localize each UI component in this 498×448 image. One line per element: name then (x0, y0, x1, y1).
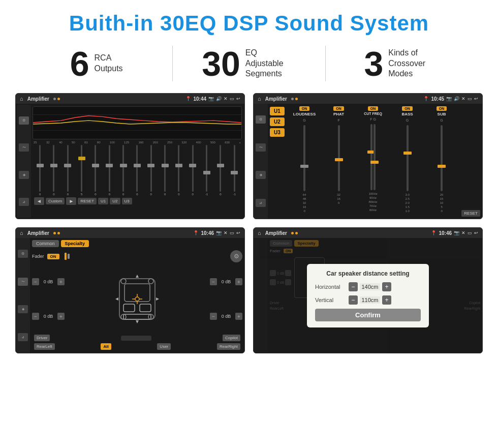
phat-on-btn[interactable]: ON (333, 106, 344, 111)
vol-plus-br[interactable]: + (235, 313, 242, 320)
fa-icon-3[interactable]: ◈ (18, 305, 28, 313)
cutfreq-on-btn[interactable]: ON (368, 106, 379, 111)
eq-slider-12[interactable]: -1 (200, 145, 213, 196)
eq-icon-speaker[interactable]: ◈ (19, 171, 29, 179)
eq-slider-6[interactable]: 0 (117, 145, 130, 196)
freq-500: 500 (210, 141, 215, 144)
copilot-btn[interactable]: Copilot (223, 335, 240, 341)
dialog-title: Car speaker distance setting (315, 270, 421, 277)
eq-icon-tune[interactable]: ⚙ (19, 116, 29, 125)
eq-slider-13[interactable]: 0 (214, 145, 227, 196)
eq-icon-vol[interactable]: ⊿ (19, 198, 29, 206)
fader-on-btn[interactable]: ON (47, 254, 59, 259)
fader-label: Fader (32, 254, 44, 259)
eq-graph (33, 106, 242, 139)
prev-button[interactable]: ◄ (34, 197, 44, 205)
u2-button[interactable]: U2 (270, 117, 285, 126)
svg-point-8 (121, 279, 126, 284)
eq-slider-3[interactable]: 5 (75, 145, 88, 196)
custom-button[interactable]: Custom (46, 198, 65, 204)
vertical-stepper[interactable]: − 110cm + (349, 295, 391, 305)
vol-minus-tr[interactable]: − (210, 278, 217, 285)
cr-icon-speaker[interactable]: ◈ (256, 171, 266, 179)
eq-slider-1[interactable]: 0 (47, 145, 60, 196)
home-icon-3[interactable]: ⌂ (20, 230, 23, 236)
more-icon[interactable]: » (239, 141, 240, 144)
car-diagram (114, 268, 160, 330)
eq-slider-0[interactable]: 0 (34, 145, 46, 196)
battery-icon-4: ▭ (468, 230, 472, 235)
eq-main: 25 32 40 50 63 80 100 125 160 200 250 32… (31, 105, 243, 218)
bass-name: BASS (401, 112, 413, 116)
vol-plus-bl[interactable]: + (57, 313, 65, 320)
eq-slider-8[interactable]: 0 (145, 145, 158, 196)
cr-icon-vol[interactable]: ⊿ (256, 199, 266, 207)
horizontal-plus-btn[interactable]: + (382, 282, 391, 291)
eq-slider-5[interactable]: 0 (103, 145, 116, 196)
tab-common[interactable]: Common (32, 240, 59, 247)
rearleft-btn[interactable]: RearLeft (34, 343, 55, 350)
eq-slider-2[interactable]: 0 (61, 145, 74, 196)
vol-row-br: − 0 dB + (210, 313, 242, 320)
horizontal-stepper[interactable]: − 140cm + (349, 282, 391, 291)
rca-number: 6 (70, 46, 89, 81)
eq-icon-wave[interactable]: 〜 (19, 143, 29, 152)
vol-plus-tl[interactable]: + (57, 278, 65, 285)
eq-slider-9[interactable]: 0 (159, 145, 171, 196)
u1-button-1[interactable]: U1 (98, 198, 108, 204)
status-dots-4 (291, 232, 298, 234)
driver-btn[interactable]: Driver (34, 335, 50, 341)
back-icon-4[interactable]: ↩ (474, 230, 478, 235)
svg-point-12 (135, 297, 139, 301)
back-icon-2[interactable]: ↩ (474, 96, 478, 101)
all-btn[interactable]: All (101, 343, 111, 350)
vol-val-tl: 0 dB (41, 279, 55, 284)
u2-button-1[interactable]: U2 (110, 198, 120, 204)
u3-button-1[interactable]: U3 (122, 198, 132, 204)
rearright-btn[interactable]: RearRight (217, 343, 240, 350)
fa-icon-1[interactable]: ⚙ (18, 250, 28, 258)
divider-2 (325, 46, 326, 81)
reset-button-1[interactable]: RESET (78, 198, 97, 204)
vol-minus-br[interactable]: − (210, 313, 217, 320)
status-dots-1 (53, 98, 60, 100)
eq-label: EQ AdjustableSegments (245, 48, 296, 79)
vol-minus-bl[interactable]: − (32, 313, 39, 320)
confirm-button[interactable]: Confirm (315, 309, 421, 321)
home-icon-4[interactable]: ⌂ (258, 230, 261, 236)
stat-rca: 6 RCAOutputs (30, 46, 162, 81)
back-icon-1[interactable]: ↩ (236, 96, 240, 101)
next-button[interactable]: ► (66, 197, 76, 205)
cr-icon-wave[interactable]: 〜 (256, 143, 266, 152)
vol-plus-tr[interactable]: + (235, 278, 242, 285)
svg-marker-17 (136, 275, 139, 278)
cr-icon-tune[interactable]: ⚙ (256, 115, 266, 124)
home-icon-2[interactable]: ⌂ (258, 96, 261, 102)
stat-crossover: 3 Kinds ofCrossover Modes (336, 46, 468, 81)
bass-on-btn[interactable]: ON (402, 106, 413, 111)
horizontal-minus-btn[interactable]: − (349, 282, 358, 291)
u1-button[interactable]: U1 (270, 107, 285, 115)
eq-slider-11[interactable]: 0 (186, 145, 199, 196)
vertical-plus-btn[interactable]: + (382, 295, 391, 305)
eq-slider-10[interactable]: 0 (172, 145, 185, 196)
vol-minus-tl[interactable]: − (32, 278, 39, 285)
settings-circle-icon[interactable]: ⚙ (230, 250, 242, 262)
user-btn[interactable]: User (157, 343, 171, 350)
crossover-sidebar: ⚙ 〜 ◈ ⊿ (254, 104, 268, 219)
u3-button[interactable]: U3 (270, 128, 285, 137)
fader-track[interactable] (121, 336, 151, 341)
tab-specialty[interactable]: Specialty (61, 240, 89, 247)
vertical-minus-btn[interactable]: − (349, 295, 358, 305)
fa-icon-2[interactable]: 〜 (18, 278, 28, 286)
back-icon-3[interactable]: ↩ (236, 230, 240, 235)
home-icon-1[interactable]: ⌂ (20, 96, 23, 102)
fa-icon-4[interactable]: ⊿ (18, 333, 28, 341)
loudness-on-btn[interactable]: ON (299, 106, 310, 111)
reset-button-2[interactable]: RESET (461, 210, 480, 217)
eq-slider-4[interactable]: 0 (89, 145, 102, 196)
sub-on-btn[interactable]: ON (437, 106, 447, 111)
eq-slider-7[interactable]: 0 (131, 145, 143, 196)
eq-slider-14[interactable]: -1 (228, 145, 241, 196)
status-icons-3: 📷 ✕ ▭ ↩ (216, 230, 240, 235)
